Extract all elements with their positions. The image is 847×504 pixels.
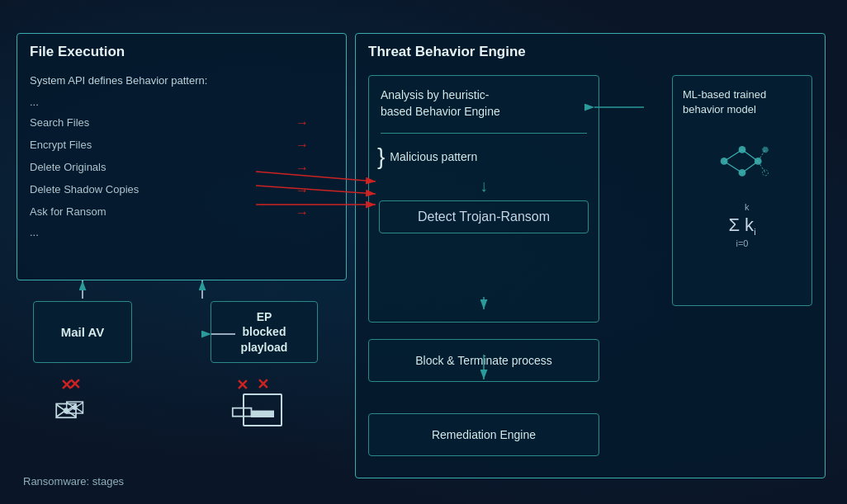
arrow-right-icon: →	[296, 134, 309, 156]
arrow-right-icon: →	[296, 179, 309, 201]
ml-title: ML-based trained behavior model	[673, 76, 812, 124]
list-item: Search Files →	[30, 111, 334, 134]
envelope-display-icon: ✉	[64, 393, 85, 422]
threat-engine-title: Threat Behavior Engine	[356, 34, 825, 67]
x-mark-ep: ✕	[257, 375, 269, 393]
sigma-formula: k Σ ki i=0	[728, 201, 755, 249]
mail-icon-display: ✕ ✉	[64, 375, 85, 422]
divider	[381, 133, 587, 134]
mail-av-box: Mail AV	[33, 301, 132, 363]
window-screen-icon: ▬	[243, 393, 282, 426]
curly-bracket-icon: }	[377, 145, 385, 168]
list-item: Ask for Ransom →	[30, 201, 334, 224]
svg-line-7	[724, 162, 742, 173]
list-item: Delete Originals →	[30, 157, 334, 179]
x-mark-mail: ✕	[69, 375, 81, 393]
threat-engine-outer-box: Threat Behavior Engine Analysis by heuri…	[355, 33, 826, 478]
block-terminate-label: Block & Terminate process	[415, 354, 551, 367]
mail-av-label: Mail AV	[61, 325, 105, 339]
detect-trojan-label: Detect Trojan-Ransom	[418, 210, 550, 224]
remediation-label: Remediation Engine	[432, 428, 536, 441]
svg-point-5	[763, 170, 769, 176]
ep-blocked-box: EPblockedplayload	[211, 301, 318, 363]
item-label: Delete Originals	[30, 158, 106, 177]
detect-trojan-box: Detect Trojan-Ransom	[379, 200, 589, 233]
ep-blocked-label: EPblockedplayload	[241, 309, 288, 355]
file-execution-content: System API defines Behavior pattern: ...…	[17, 67, 346, 247]
analysis-box: Analysis by heuristic-based Behavior Eng…	[368, 75, 599, 323]
svg-line-10	[758, 150, 765, 162]
list-item: Encrypt Files →	[30, 134, 334, 156]
ml-box: ML-based trained behavior model	[672, 75, 812, 306]
arrow-right-icon: →	[296, 157, 309, 179]
ransomware-label: Ransomware: stages	[23, 475, 124, 488]
remediation-box: Remediation Engine	[368, 413, 599, 456]
ellipsis-bottom: ...	[30, 224, 334, 242]
down-arrow-icon: ↓	[369, 172, 599, 200]
svg-point-4	[763, 147, 769, 153]
file-execution-title: File Execution	[17, 34, 346, 67]
item-label: Ask for Ransom	[30, 203, 106, 221]
item-label: Delete Shadow Copies	[30, 181, 139, 199]
analysis-title: Analysis by heuristic-based Behavior Eng…	[369, 76, 599, 128]
svg-line-6	[724, 150, 742, 162]
block-terminate-box: Block & Terminate process	[368, 339, 599, 382]
ellipsis-top: ...	[30, 93, 334, 111]
malicious-pattern-label: Malicious pattern	[390, 150, 477, 163]
ml-icon-area: k Σ ki i=0	[673, 124, 812, 266]
ep-icon-display: ✕ ▬	[243, 375, 282, 426]
svg-line-11	[758, 162, 765, 173]
item-label: Search Files	[30, 114, 89, 132]
network-graph-icon	[713, 140, 771, 185]
arrow-right-icon: →	[296, 201, 309, 224]
svg-line-8	[742, 150, 758, 162]
list-item: Delete Shadow Copies →	[30, 179, 334, 201]
arrow-right-icon: →	[296, 111, 309, 134]
svg-line-9	[742, 162, 758, 173]
file-execution-box: File Execution System API defines Behavi…	[17, 33, 347, 280]
item-label: Encrypt Files	[30, 136, 92, 154]
api-text: System API defines Behavior pattern:	[30, 72, 334, 90]
